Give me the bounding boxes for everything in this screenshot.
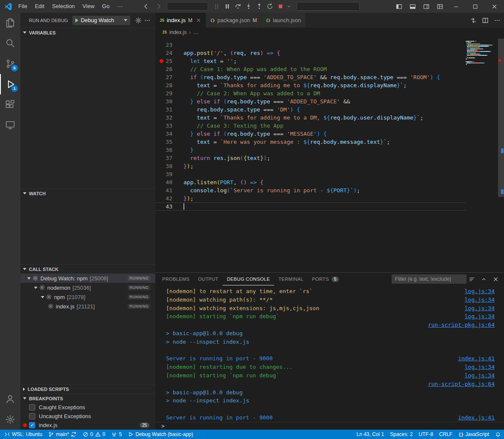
- panel-tab-ports[interactable]: PORTS5: [308, 273, 343, 285]
- code-line[interactable]: 29 // Case 2: When App was added to a DM: [155, 89, 466, 97]
- restart-button[interactable]: [265, 1, 275, 11]
- code-editor[interactable]: 2324app.post('/', (req, res) => {25 let …: [155, 37, 504, 272]
- debug-console-output[interactable]: [nodemon] to restart at any time, enter …: [155, 285, 504, 422]
- debug-config-dropdown[interactable]: Debug Watch: [72, 16, 130, 25]
- toggle-panel-icon[interactable]: [406, 0, 419, 13]
- breakpoint-item[interactable]: Caught Exceptions: [20, 403, 155, 412]
- source-link[interactable]: log.js:34: [465, 296, 504, 304]
- activity-accounts[interactable]: [0, 389, 20, 409]
- close-button[interactable]: [485, 0, 504, 13]
- code-line[interactable]: 42});: [155, 194, 466, 202]
- code-line[interactable]: 26 // Case 1: When App was added to the …: [155, 65, 466, 73]
- toggle-secondary-sidebar-icon[interactable]: [419, 0, 433, 13]
- code-line[interactable]: 37 return res.json({text});: [155, 154, 466, 162]
- source-link[interactable]: log.js:34: [465, 371, 504, 380]
- source-link[interactable]: index.js:41: [458, 354, 504, 363]
- stop-dropdown-icon[interactable]: [286, 1, 292, 11]
- more-actions-icon[interactable]: [494, 17, 501, 24]
- call-stack-item[interactable]: npm[21078]RUNNING: [20, 292, 155, 302]
- call-stack-item[interactable]: nodemon[25036]RUNNING: [20, 283, 155, 292]
- minimize-button[interactable]: [447, 0, 466, 13]
- breakpoint-checkbox[interactable]: [29, 404, 35, 410]
- breadcrumb[interactable]: JSindex.js›…: [155, 28, 504, 37]
- call-stack-item[interactable]: Debug Watch: npm[25008]RUNNING: [20, 274, 155, 283]
- tab-launch-json[interactable]: {}launch.json: [261, 13, 306, 28]
- source-link[interactable]: log.js:34: [465, 304, 504, 313]
- pause-button[interactable]: [222, 1, 232, 11]
- notifications[interactable]: [492, 430, 504, 439]
- breakpoint-checkbox[interactable]: [29, 413, 35, 419]
- activity-search[interactable]: [0, 33, 20, 54]
- debug-console-input[interactable]: >: [155, 422, 504, 430]
- activity-extensions[interactable]: [0, 94, 20, 115]
- breakpoint-dot[interactable]: [160, 59, 163, 63]
- step-into-button[interactable]: [243, 1, 254, 11]
- source-link[interactable]: run-script-pkg.js:64: [428, 380, 504, 388]
- breakpoint-checkbox[interactable]: ✓: [29, 422, 35, 428]
- code-line[interactable]: 39: [155, 170, 466, 178]
- indentation[interactable]: Spaces: 2: [387, 430, 415, 439]
- panel-tab-output[interactable]: OUTPUT: [194, 273, 223, 285]
- breakpoint-item[interactable]: ✓index.js25: [20, 421, 155, 430]
- drag-handle-icon[interactable]: [212, 1, 222, 11]
- step-over-button[interactable]: [233, 1, 243, 11]
- tab-package-json[interactable]: {}package.jsonM: [206, 13, 261, 28]
- code-line[interactable]: 35 text = `Here was your message : ${req…: [155, 138, 466, 146]
- maximize-panel-icon[interactable]: [481, 276, 487, 282]
- menu-go[interactable]: Go: [98, 2, 113, 11]
- stop-button[interactable]: [275, 1, 286, 11]
- watch-section-header[interactable]: WATCH: [20, 188, 155, 198]
- code-line[interactable]: 40app.listen(PORT, () => {: [155, 178, 466, 186]
- variables-section-header[interactable]: VARIABLES: [20, 28, 155, 37]
- toggle-primary-sidebar-icon[interactable]: [392, 0, 406, 13]
- minimap[interactable]: [466, 37, 498, 66]
- git-branch[interactable]: main*: [45, 430, 80, 439]
- close-panel-icon[interactable]: [493, 276, 499, 282]
- code-line[interactable]: 36 }: [155, 146, 466, 154]
- menu-file[interactable]: File: [14, 2, 31, 11]
- code-line[interactable]: 33 // Case 3: Texting the App: [155, 122, 466, 130]
- close-tab-icon[interactable]: [196, 17, 201, 23]
- encoding[interactable]: UTF-8: [416, 430, 436, 439]
- problems[interactable]: 00: [80, 430, 108, 439]
- command-center-secondary[interactable]: [297, 2, 360, 11]
- source-link[interactable]: index.js:41: [458, 413, 504, 422]
- loaded-scripts-section-header[interactable]: LOADED SCRIPTS: [20, 384, 155, 393]
- code-line[interactable]: 23: [155, 41, 466, 49]
- menu-selection[interactable]: Selection: [48, 2, 78, 11]
- source-link[interactable]: log.js:34: [465, 312, 504, 321]
- activity-remote-explorer[interactable]: [0, 115, 20, 135]
- menu-more[interactable]: ···: [113, 2, 126, 11]
- panel-tab-debug-console[interactable]: DEBUG CONSOLE: [223, 273, 274, 285]
- debug-settings-gear-icon[interactable]: [134, 16, 143, 25]
- menu-edit[interactable]: Edit: [31, 2, 48, 11]
- activity-manage[interactable]: [0, 409, 20, 430]
- activity-source-control[interactable]: 5: [0, 54, 20, 74]
- scrollbar-slider[interactable]: [498, 39, 504, 197]
- breadcrumb-more[interactable]: …: [194, 29, 199, 35]
- code-line[interactable]: 43: [155, 202, 466, 211]
- step-out-button[interactable]: [254, 1, 264, 11]
- eol[interactable]: CRLF: [436, 430, 455, 439]
- debug-session[interactable]: Debug Watch (basic-app): [125, 430, 196, 439]
- code-line[interactable]: 34 } else if (req.body.type === 'MESSAGE…: [155, 130, 466, 138]
- code-line[interactable]: 41 console.log(`Server is running in por…: [155, 186, 466, 194]
- cursor-position[interactable]: Ln 43, Col 1: [352, 430, 387, 439]
- code-lines[interactable]: 2324app.post('/', (req, res) => {25 let …: [155, 37, 466, 211]
- command-center-search[interactable]: [167, 2, 208, 11]
- panel-tab-problems[interactable]: PROBLEMS: [158, 273, 194, 285]
- breakpoints-section-header[interactable]: BREAKPOINTS: [20, 393, 155, 403]
- code-line[interactable]: 28 text = `Thanks for adding me to ${req…: [155, 81, 466, 89]
- code-line[interactable]: 27 if (req.body.type === 'ADDED_TO_SPACE…: [155, 73, 466, 81]
- activity-run-and-debug[interactable]: 1: [0, 74, 20, 94]
- code-line[interactable]: 32 text = `Thanks for adding me to a DM,…: [155, 114, 466, 122]
- code-line[interactable]: 24app.post('/', (req, res) => {: [155, 49, 466, 57]
- ports[interactable]: 5: [108, 430, 125, 439]
- code-line[interactable]: 30 } else if (req.body.type === 'ADDED_T…: [155, 97, 466, 105]
- console-filter-input[interactable]: [392, 274, 467, 284]
- menu-view[interactable]: View: [79, 2, 98, 11]
- tab-index-js[interactable]: JSindex.jsM: [155, 13, 206, 28]
- nav-back-icon[interactable]: [142, 2, 150, 11]
- call-stack-item[interactable]: index.js[21121]RUNNING: [20, 302, 155, 311]
- panel-tab-terminal[interactable]: TERMINAL: [274, 273, 308, 285]
